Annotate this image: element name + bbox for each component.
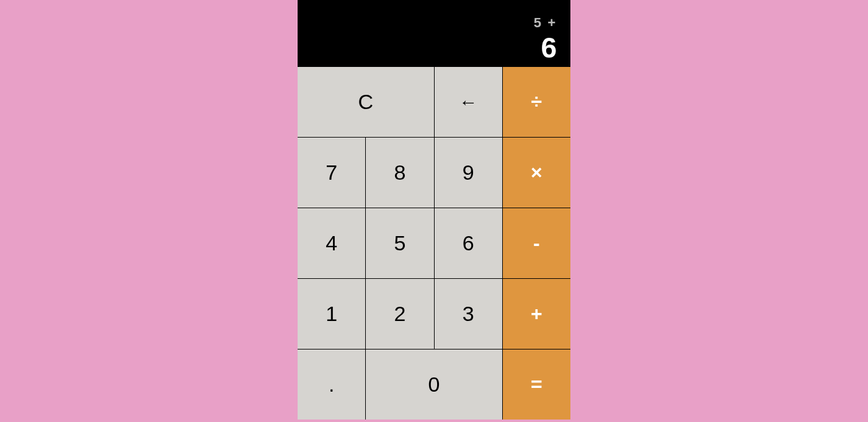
- display-current: 6: [541, 33, 557, 62]
- key-9[interactable]: 9: [435, 138, 502, 208]
- key-8[interactable]: 8: [366, 138, 433, 208]
- key-4[interactable]: 4: [298, 208, 365, 278]
- clear-button[interactable]: C: [298, 67, 434, 137]
- key-3[interactable]: 3: [435, 279, 502, 349]
- display: 5 + 6: [298, 0, 570, 67]
- key-1[interactable]: 1: [298, 279, 365, 349]
- calculator: 5 + 6 C ← ÷ 7 8 9 × 4 5 6 - 1 2 3 + . 0 …: [298, 0, 570, 420]
- arrow-left-icon: ←: [459, 93, 477, 112]
- key-7[interactable]: 7: [298, 138, 365, 208]
- display-expression: 5 +: [534, 16, 557, 30]
- key-2[interactable]: 2: [366, 279, 433, 349]
- multiply-button[interactable]: ×: [503, 138, 570, 208]
- backspace-button[interactable]: ←: [435, 67, 502, 137]
- decimal-button[interactable]: .: [298, 349, 365, 420]
- key-5[interactable]: 5: [366, 208, 433, 278]
- add-button[interactable]: +: [503, 279, 570, 349]
- divide-button[interactable]: ÷: [503, 67, 570, 137]
- key-6[interactable]: 6: [435, 208, 502, 278]
- subtract-button[interactable]: -: [503, 208, 570, 278]
- key-0[interactable]: 0: [366, 349, 502, 420]
- keypad: C ← ÷ 7 8 9 × 4 5 6 - 1 2 3 + . 0 =: [298, 67, 570, 420]
- equals-button[interactable]: =: [503, 349, 570, 420]
